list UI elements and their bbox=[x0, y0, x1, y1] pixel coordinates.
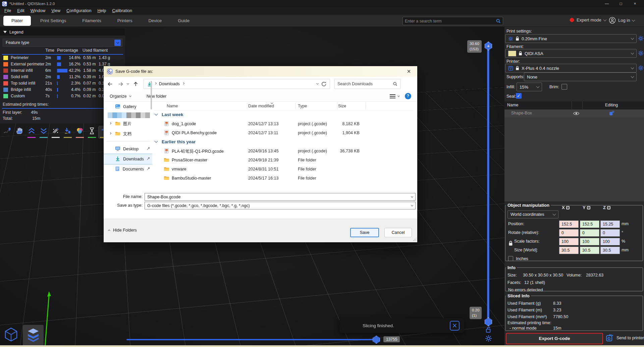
sidebar-item-desktop[interactable]: Desktop bbox=[104, 144, 152, 154]
up-button[interactable] bbox=[132, 80, 139, 88]
3d-view-button[interactable] bbox=[1, 325, 21, 346]
chevron-down-icon[interactable] bbox=[411, 204, 413, 206]
column-header-name[interactable]: Name bbox=[167, 104, 178, 108]
tab-printers[interactable]: Printers bbox=[109, 15, 141, 27]
brim-checkbox[interactable] bbox=[561, 84, 567, 90]
file-name-field[interactable] bbox=[145, 193, 416, 201]
seal-checkbox[interactable]: ✓ bbox=[516, 93, 522, 99]
color-changes-toggle[interactable] bbox=[74, 126, 85, 138]
search-icon[interactable] bbox=[496, 18, 501, 23]
forward-button[interactable] bbox=[117, 80, 124, 88]
tab-device[interactable]: Device bbox=[140, 15, 170, 27]
value-field-y[interactable]: 100 bbox=[580, 238, 599, 245]
printer-combo[interactable]: X-Plus 4 0.4 nozzle bbox=[505, 64, 637, 72]
dialog-search-input[interactable] bbox=[337, 82, 393, 86]
recent-locations-chevron[interactable] bbox=[127, 82, 129, 85]
column-header-size[interactable]: Size bbox=[338, 104, 346, 108]
refresh-icon[interactable] bbox=[321, 80, 327, 88]
tab-print-settings[interactable]: Print Settings bbox=[32, 15, 74, 27]
dialog-search-box[interactable] bbox=[334, 79, 400, 89]
legend-header[interactable]: Legend bbox=[0, 29, 125, 36]
hide-folders-button[interactable]: Hide Folders bbox=[108, 228, 137, 233]
search-box[interactable] bbox=[402, 17, 503, 25]
supports-combo[interactable]: None bbox=[524, 72, 637, 81]
dialog-close-icon[interactable]: ✕ bbox=[404, 68, 414, 75]
address-dropdown-chevron[interactable] bbox=[316, 82, 319, 85]
retractions-toggle[interactable] bbox=[26, 126, 37, 138]
print-settings-gear-icon[interactable] bbox=[638, 36, 644, 42]
layers-view-button[interactable] bbox=[23, 325, 44, 346]
file-name-input[interactable] bbox=[147, 195, 411, 199]
address-bar[interactable]: Downloads bbox=[144, 79, 330, 89]
menu-file[interactable]: File bbox=[1, 7, 14, 15]
inches-checkbox[interactable] bbox=[508, 256, 513, 261]
wipe-toggle[interactable] bbox=[14, 126, 24, 138]
menu-window[interactable]: Window bbox=[28, 7, 48, 15]
inches-toggle[interactable]: Inches bbox=[508, 256, 528, 261]
value-field-x[interactable]: 0 bbox=[559, 229, 579, 237]
sidebar-item-图片[interactable]: 图片 bbox=[104, 119, 152, 129]
menu-help[interactable]: Help bbox=[94, 7, 109, 15]
sidebar-item-downloads[interactable]: Downloads bbox=[104, 154, 152, 164]
coordinates-combo[interactable]: World coordinates bbox=[507, 210, 558, 218]
travel-moves-toggle[interactable] bbox=[2, 126, 12, 138]
mode-selector[interactable]: Expert mode bbox=[570, 17, 606, 22]
close-icon[interactable]: ✕ bbox=[450, 321, 460, 331]
sidebar-item-文档[interactable]: 文档 bbox=[104, 129, 152, 139]
close-button[interactable]: × bbox=[628, 0, 642, 7]
value-field-y[interactable]: 30.5 bbox=[580, 247, 599, 254]
print-settings-combo[interactable]: 0.20mm Fine bbox=[505, 34, 637, 43]
sidebar-item-gallery[interactable]: Gallery bbox=[104, 102, 152, 112]
value-field-y[interactable]: 0 bbox=[580, 229, 599, 237]
edit-icon[interactable] bbox=[609, 111, 614, 117]
value-field-z[interactable]: 15.25 bbox=[600, 220, 620, 228]
save-button[interactable]: Save bbox=[350, 228, 379, 237]
tab-plater[interactable]: Plater bbox=[3, 16, 31, 26]
resize-grip[interactable] bbox=[413, 238, 416, 241]
object-row[interactable]: Shape-Box bbox=[504, 109, 644, 117]
value-field-z[interactable]: 0 bbox=[600, 229, 620, 237]
search-input[interactable] bbox=[405, 19, 496, 23]
filament-combo[interactable]: QIDI ASA bbox=[505, 49, 637, 58]
feature-type-selector[interactable]: Feature type bbox=[3, 39, 122, 47]
sidebar-item-documents[interactable]: Documents bbox=[104, 164, 152, 174]
tool-changes-toggle[interactable] bbox=[62, 126, 73, 138]
move-slider-track[interactable] bbox=[126, 339, 376, 340]
filament-gear-icon[interactable] bbox=[638, 50, 644, 57]
cancel-button[interactable]: Cancel bbox=[384, 228, 412, 237]
maximize-button[interactable]: □ bbox=[614, 0, 628, 7]
view-options-button[interactable] bbox=[390, 94, 399, 98]
save-type-combo[interactable]: G-code files (*.gcode, *.gco, *.bgcode, … bbox=[145, 202, 416, 209]
column-header-type[interactable]: Type bbox=[298, 104, 307, 108]
printer-gear-icon[interactable] bbox=[638, 65, 644, 72]
deretractions-toggle[interactable] bbox=[38, 126, 49, 138]
column-header-date-modified[interactable]: Date modified bbox=[248, 104, 274, 108]
file-group-header[interactable]: Last week bbox=[154, 110, 413, 119]
expand-chevron-icon[interactable] bbox=[108, 123, 112, 124]
pause-prints-toggle[interactable] bbox=[87, 126, 97, 138]
expand-chevron-icon[interactable] bbox=[108, 134, 112, 134]
login-button[interactable]: Log in bbox=[609, 17, 635, 24]
menu-configuration[interactable]: Configuration bbox=[63, 7, 94, 15]
file-row[interactable]: PrusaSlicer-master2024/9/18 21:39File fo… bbox=[154, 156, 413, 165]
value-field-x[interactable]: 30.5 bbox=[559, 247, 579, 254]
export-gcode-button[interactable]: Export G-code bbox=[506, 333, 603, 344]
file-row[interactable]: PLA-铅笔筒-Q1-PRO.gcode2024/9/16 13:45proje… bbox=[154, 147, 413, 156]
eye-icon[interactable] bbox=[573, 111, 580, 116]
organize-menu[interactable]: Organize bbox=[110, 94, 131, 99]
tab-guide[interactable]: Guide bbox=[170, 15, 198, 27]
menu-edit[interactable]: Edit bbox=[14, 7, 28, 15]
value-field-x[interactable]: 100 bbox=[559, 238, 579, 245]
value-field-z[interactable]: 30.5 bbox=[600, 247, 620, 254]
value-field-y[interactable]: 152.5 bbox=[580, 220, 599, 228]
send-to-printer-button[interactable]: G Send to printer bbox=[606, 334, 644, 342]
minimize-button[interactable]: — bbox=[600, 0, 614, 7]
file-row[interactable]: dog_1.gcode2024/12/7 13:13project (.gcod… bbox=[154, 119, 413, 129]
back-button[interactable] bbox=[106, 80, 114, 88]
layer-slider-track[interactable] bbox=[487, 46, 489, 319]
file-group-header[interactable]: Earlier this year bbox=[154, 138, 413, 147]
tab-filaments[interactable]: Filaments bbox=[74, 15, 109, 27]
dialog-titlebar[interactable]: Save G-code file as: ✕ bbox=[104, 66, 417, 77]
sidebar-scrollbar[interactable] bbox=[151, 81, 152, 109]
file-row[interactable]: vmware2024/8/31 10:51File folder bbox=[154, 165, 413, 174]
